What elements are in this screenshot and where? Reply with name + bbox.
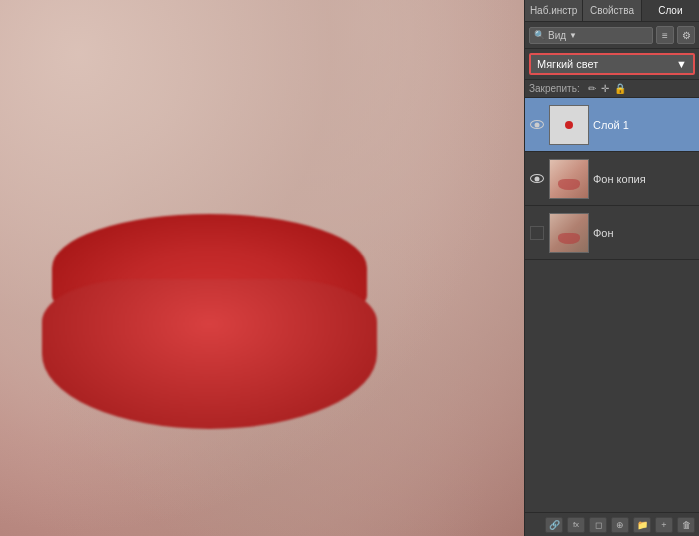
search-text: Вид [548,30,566,41]
fx-icon: fx [573,520,579,529]
delete-layer-btn[interactable]: 🗑 [677,517,695,533]
layer-visibility-toggle[interactable] [529,171,545,187]
layer-item[interactable]: Слой 1 [525,98,699,152]
link-icon: 🔗 [549,520,560,530]
search-row: 🔍 Вид ▼ ≡ ⚙ [525,22,699,49]
layer-name: Фон копия [593,173,695,185]
blend-mode-label: Мягкий свет [537,58,598,70]
panel-menu-btn[interactable]: ≡ [656,26,674,44]
lock-row: Закрепить: ✏ ✛ 🔒 [525,80,699,98]
panel-bottom-bar: 🔗 fx ◻ ⊕ 📁 + 🗑 [525,512,699,536]
add-mask-btn[interactable]: ◻ [589,517,607,533]
lock-position-btn[interactable]: ✛ [601,83,609,94]
new-layer-btn[interactable]: + [655,517,673,533]
layer-thumbnail [549,159,589,199]
lock-label: Закрепить: [529,83,580,94]
lip-lower [42,279,377,429]
canvas-image [0,0,524,536]
eye-icon [530,120,544,129]
lock-icon-row: ✏ ✛ 🔒 [588,83,626,94]
menu-icon: ≡ [662,30,668,41]
trash-icon: 🗑 [682,520,691,530]
search-icon: 🔍 [534,30,545,40]
new-group-btn[interactable]: 📁 [633,517,651,533]
blend-mode-select[interactable]: Мягкий свет ▼ [529,53,695,75]
layer-thumbnail [549,213,589,253]
link-layers-btn[interactable]: 🔗 [545,517,563,533]
layer-item[interactable]: Фон копия [525,152,699,206]
panel-tabs: Наб.инстр Свойства Слои [525,0,699,22]
lock-all-btn[interactable]: 🔒 [614,83,626,94]
search-dropdown-arrow: ▼ [569,31,577,40]
tab-layers[interactable]: Слои [642,0,699,21]
new-adjustment-btn[interactable]: ⊕ [611,517,629,533]
blend-mode-row: Мягкий свет ▼ [525,49,699,80]
main-container: Наб.инстр Свойства Слои 🔍 Вид ▼ ≡ ⚙ Мягк… [0,0,699,536]
layers-list: Слой 1 Фон копия Фон [525,98,699,512]
layer-visibility-toggle[interactable] [529,117,545,133]
layer-thumb-img [550,160,588,198]
layer-thumbnail [549,105,589,145]
layers-panel: Наб.инстр Свойства Слои 🔍 Вид ▼ ≡ ⚙ Мягк… [524,0,699,536]
settings-icon: ⚙ [682,30,691,41]
blend-mode-arrow: ▼ [676,58,687,70]
layer-name: Слой 1 [593,119,695,131]
new-layer-icon: + [661,520,666,530]
layer-visibility-toggle[interactable] [529,225,545,241]
search-box[interactable]: 🔍 Вид ▼ [529,27,653,44]
layer-name: Фон [593,227,695,239]
adjustment-icon: ⊕ [616,520,624,530]
lock-pixels-btn[interactable]: ✏ [588,83,596,94]
layer-thumb-img-dark [550,214,588,252]
tab-properties[interactable]: Свойства [583,0,641,21]
folder-icon: 📁 [637,520,648,530]
panel-settings-btn[interactable]: ⚙ [677,26,695,44]
add-style-btn[interactable]: fx [567,517,585,533]
mask-icon: ◻ [595,520,602,530]
layer-item[interactable]: Фон [525,206,699,260]
tab-nav-instr[interactable]: Наб.инстр [525,0,583,21]
canvas-area [0,0,524,536]
eye-empty-icon [530,226,544,240]
eye-icon [530,174,544,183]
